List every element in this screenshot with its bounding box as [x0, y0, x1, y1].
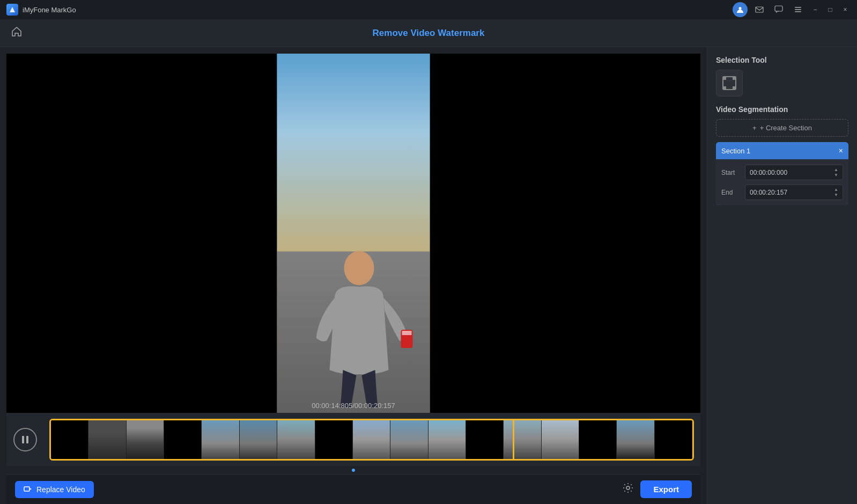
section-1-name: Section 1: [721, 147, 750, 155]
filmstrip[interactable]: [49, 419, 694, 461]
section-1-end-input[interactable]: 00:00:20:157 ▲ ▼: [745, 184, 843, 200]
svg-rect-11: [26, 436, 28, 443]
frame-thumb-1: [51, 420, 88, 459]
section-1-end-row: End 00:00:20:157 ▲ ▼: [721, 184, 843, 200]
selection-tool-section: Selection Tool: [716, 56, 848, 97]
video-section: 00:00:14:805/00:00:20:157: [0, 47, 707, 504]
mail-icon[interactable]: [752, 2, 767, 17]
selection-tool-title: Selection Tool: [716, 56, 848, 64]
svg-point-14: [626, 486, 630, 490]
frame-thumb-5: [202, 420, 239, 459]
close-button[interactable]: ×: [840, 4, 851, 15]
frame-thumb-14: [542, 420, 579, 459]
frame-thumb-10: [390, 420, 428, 459]
frame-thumb-17: [655, 420, 692, 459]
filmstrip-frames: [51, 420, 692, 459]
svg-rect-2: [756, 7, 763, 12]
app-title: iMyFone MarkGo: [23, 6, 76, 14]
frame-thumb-6: [240, 420, 277, 459]
scroll-indicator: [6, 466, 700, 474]
replace-video-button[interactable]: Replace Video: [15, 481, 94, 498]
titlebar: iMyFone MarkGo − □ ×: [0, 0, 857, 19]
timeline-section: [6, 413, 700, 466]
frame-thumb-13: [504, 420, 541, 459]
export-button[interactable]: Export: [640, 480, 692, 498]
svg-rect-5: [795, 9, 801, 10]
frame-thumb-15: [579, 420, 617, 459]
maximize-button[interactable]: □: [825, 4, 836, 15]
frame-thumb-3: [127, 420, 164, 459]
svg-marker-0: [10, 7, 15, 12]
end-label: End: [721, 189, 741, 196]
svg-rect-4: [795, 7, 801, 8]
frame-thumb-2: [88, 420, 126, 459]
selection-tool-button[interactable]: [716, 70, 743, 97]
video-segmentation-title: Video Segmentation: [716, 105, 848, 114]
frame-thumb-12: [466, 420, 504, 459]
svg-rect-10: [22, 436, 24, 443]
end-time-spinners[interactable]: ▲ ▼: [834, 187, 838, 197]
section-1-start-input[interactable]: 00:00:00:000 ▲ ▼: [745, 165, 843, 180]
titlebar-left: iMyFone MarkGo: [6, 4, 76, 16]
section-1-item: Section 1 × Start 00:00:00:000 ▲ ▼: [716, 142, 848, 205]
frame-thumb-16: [617, 420, 654, 459]
video-preview: [277, 54, 430, 413]
video-frame: [6, 54, 700, 413]
home-button[interactable]: [11, 26, 23, 40]
menu-icon[interactable]: [790, 2, 806, 17]
create-section-button[interactable]: + + Create Section: [716, 119, 848, 137]
frame-thumb-11: [429, 420, 466, 459]
navbar: Remove Video Watermark: [0, 19, 857, 47]
right-panel: Selection Tool Video Segmentation + + Cr…: [707, 47, 857, 504]
settings-button[interactable]: [622, 482, 634, 496]
minimize-button[interactable]: −: [810, 4, 821, 15]
section-1-header: Section 1 ×: [716, 142, 848, 159]
video-container: 00:00:14:805/00:00:20:157: [6, 54, 700, 413]
bottom-bar: Replace Video Export: [6, 474, 700, 504]
frame-thumb-4: [164, 420, 202, 459]
video-segmentation-section: Video Segmentation + + Create Section Se…: [716, 105, 848, 210]
frame-thumb-8: [315, 420, 353, 459]
svg-point-1: [739, 7, 742, 10]
svg-marker-13: [29, 488, 32, 490]
svg-rect-6: [795, 11, 801, 12]
start-label: Start: [721, 169, 741, 176]
section-1-start-row: Start 00:00:00:000 ▲ ▼: [721, 165, 843, 180]
frame-thumb-9: [353, 420, 390, 459]
section-1-close-button[interactable]: ×: [839, 146, 843, 155]
start-time-spinners[interactable]: ▲ ▼: [834, 167, 838, 177]
svg-rect-3: [775, 6, 782, 11]
playhead[interactable]: [513, 419, 514, 461]
svg-rect-12: [24, 487, 29, 491]
chat-icon[interactable]: [771, 2, 786, 17]
plus-icon: +: [752, 124, 757, 132]
main-area: 00:00:14:805/00:00:20:157: [0, 47, 857, 504]
person-figure: [289, 236, 418, 407]
playback-controls: [6, 428, 44, 451]
pause-button[interactable]: [13, 428, 37, 451]
video-timestamp: 00:00:14:805/00:00:20:157: [312, 402, 395, 410]
bottom-right-controls: Export: [622, 480, 692, 498]
frame-thumb-7: [277, 420, 315, 459]
app-logo: [6, 4, 18, 16]
scroll-dot-1: [352, 469, 355, 472]
page-title: Remove Video Watermark: [373, 28, 485, 39]
user-account-icon[interactable]: [733, 2, 748, 17]
selection-rectangle-icon: [722, 76, 736, 90]
svg-point-7: [344, 251, 374, 285]
titlebar-controls: − □ ×: [733, 2, 851, 17]
svg-rect-9: [402, 331, 411, 335]
section-1-fields: Start 00:00:00:000 ▲ ▼ End 00:00:20:1: [716, 159, 848, 205]
